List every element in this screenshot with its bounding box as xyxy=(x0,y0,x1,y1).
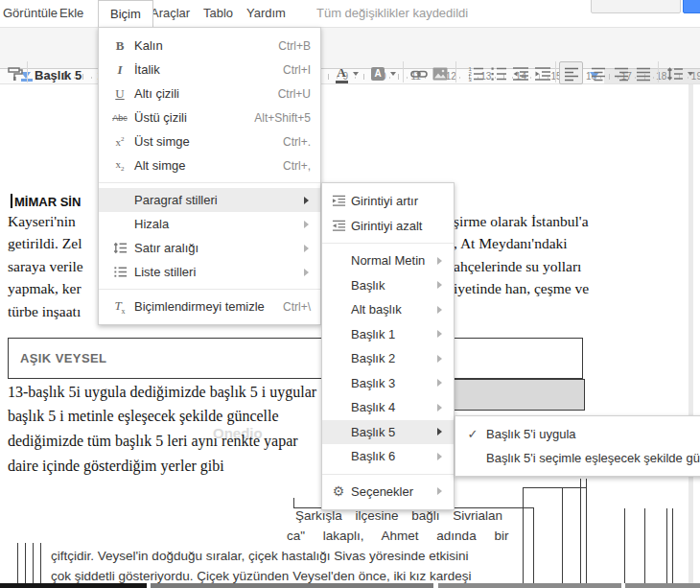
menu-item-alt-ba-l-k[interactable]: Alt başlık xyxy=(322,297,454,322)
highlight-dropdown-icon[interactable] xyxy=(390,72,396,79)
menu-item-st-simge[interactable]: x2Üst simgeCtrl+. xyxy=(99,129,320,153)
table-gray-cell xyxy=(436,379,585,411)
increase-indent-button[interactable] xyxy=(533,64,552,83)
menu-item-label: Başlık 1 xyxy=(351,327,395,341)
line-spacing-dropdown-icon[interactable] xyxy=(688,72,693,79)
table-border xyxy=(586,479,587,583)
share-button[interactable] xyxy=(683,0,700,13)
menu-item-i-talik[interactable]: IİtalikCtrl+I xyxy=(99,58,320,82)
menu-shortcut: Ctrl+U xyxy=(278,87,320,101)
table-border xyxy=(293,498,294,507)
para-line-left: getirildi. Zel xyxy=(8,235,82,252)
menu-item-girintiyi-azalt[interactable]: Girintiyi azalt xyxy=(322,214,454,239)
menu-goruntule[interactable]: Görüntüle xyxy=(3,0,58,27)
menu-item-ba-l-k-5[interactable]: Başlık 5 xyxy=(322,420,454,445)
menu-item-label: Başlık 2 xyxy=(351,351,395,365)
menu-item-ba-l-k-6[interactable]: Başlık 6 xyxy=(322,444,454,469)
para-line-left: Kayseri'nin xyxy=(8,213,76,230)
menu-item-kal-n[interactable]: BKalınCtrl+B xyxy=(99,34,320,58)
align-left-button[interactable] xyxy=(562,64,581,83)
underline-icon: U xyxy=(107,86,132,102)
menu-item-label: İtalik xyxy=(134,62,160,77)
menu-item-liste-stilleri[interactable]: Liste stilleri xyxy=(99,260,320,284)
menu-item-label: Liste stilleri xyxy=(134,265,196,279)
menu-item-ba-l-k-1[interactable]: Başlık 1 xyxy=(322,322,454,347)
menu-separator xyxy=(322,243,454,244)
menu-item-label: Başlık 5'i uygula xyxy=(486,427,576,441)
menu-item-label: Başlık 4 xyxy=(351,400,395,414)
menu-item-label: Seçenekler xyxy=(351,484,413,499)
insert-image-button[interactable] xyxy=(431,64,450,83)
submenu-arrow-icon xyxy=(304,221,313,228)
para-line-left: yapmak, ker xyxy=(8,280,82,297)
indent-decrease-icon xyxy=(328,219,349,233)
menu-shortcut: Ctrl+B xyxy=(278,39,320,53)
menu-item-girintiyi-art-r[interactable]: Girintiyi artır xyxy=(322,189,454,214)
numbered-list-button[interactable]: 123 xyxy=(466,64,485,83)
menu-item-label: Altı çizili xyxy=(134,86,179,101)
menu-shortcut: Ctrl+. xyxy=(283,135,320,149)
notes-line: başlık 5 i metinle eşleşecek şekilde gün… xyxy=(8,408,279,425)
heading5-submenu: ✓Başlık 5'i uygulaBaşlık 5'i seçimle eşl… xyxy=(455,415,700,477)
notes-line: dediğimizde tüm başlık 5 leri aynı renkt… xyxy=(8,433,298,450)
menu-item-ba-l-k-3[interactable]: Başlık 3 xyxy=(322,371,454,396)
menu-bicim[interactable]: Biçim xyxy=(98,0,153,29)
submenu-arrow-icon xyxy=(437,306,446,314)
bulleted-list-button[interactable] xyxy=(489,64,508,83)
menu-yardim[interactable]: Yardım xyxy=(246,0,286,27)
menu-item-label: Normal Metin xyxy=(351,253,425,268)
menu-item-paragraf-stilleri[interactable]: Paragraf stilleri xyxy=(99,188,320,212)
table-border xyxy=(666,508,667,583)
table-row-fill xyxy=(438,583,621,588)
menu-item-alt-simge[interactable]: x2Alt simgeCtrl+, xyxy=(99,153,320,177)
menu-separator xyxy=(99,182,320,183)
menu-item-label: Kalın xyxy=(134,38,163,53)
decrease-indent-button[interactable] xyxy=(511,64,530,83)
menu-ekle[interactable]: Ekle xyxy=(59,0,83,27)
menu-item-hizala[interactable]: Hizala xyxy=(99,212,320,236)
menu-item-ba-l-k-2[interactable]: Başlık 2 xyxy=(322,346,454,371)
table-header-cell: AŞIK VEYSEL xyxy=(8,338,583,379)
menu-shortcut: Ctrl+, xyxy=(283,159,320,173)
menu-item-st-izili[interactable]: AbcÜstü çiziliAlt+Shift+5 xyxy=(99,106,320,129)
text-color-dropdown-icon[interactable] xyxy=(353,72,359,79)
strikethrough-icon: Abc xyxy=(107,113,132,123)
submenu-arrow-icon xyxy=(437,404,446,412)
text-color-button[interactable]: A xyxy=(332,64,351,83)
ruler-tick xyxy=(82,74,83,80)
google-docs-window: Onedio MİMAR SİN Kayseri'nin getirildi. … xyxy=(0,0,700,588)
align-right-button[interactable] xyxy=(612,64,631,83)
bio-line: Şarkışla ilçesine bağlı Sivrialan xyxy=(295,508,502,523)
menu-item-sat-r-aral[interactable]: Satır aralığı xyxy=(99,236,320,260)
table-border xyxy=(562,487,563,583)
superscript-icon: x2 xyxy=(107,135,132,148)
style-selector[interactable]: Başlık 5 xyxy=(35,68,82,82)
menu-item-normal-metin[interactable]: Normal Metin xyxy=(322,248,454,273)
menu-item-label: Biçimlendirmeyi temizle xyxy=(134,299,265,314)
para-line-right: ahçelerinde su yolları xyxy=(454,258,581,275)
submenu-arrow-icon xyxy=(437,281,446,289)
menu-araclar[interactable]: Araçlar xyxy=(151,0,190,27)
insert-link-button[interactable] xyxy=(409,64,429,83)
menu-tablo[interactable]: Tablo xyxy=(203,0,233,27)
menu-separator xyxy=(322,474,454,475)
menu-item-label: Üstü çizili xyxy=(134,110,187,125)
submenu-arrow-icon xyxy=(437,428,446,435)
ruler-tick xyxy=(363,74,364,80)
comments-button[interactable] xyxy=(591,0,681,13)
line-spacing-button[interactable] xyxy=(665,64,685,83)
menu-item-alt-izili[interactable]: UAltı çiziliCtrl+U xyxy=(99,82,320,106)
justify-button[interactable] xyxy=(634,64,653,83)
menu-item-ba-l-k-5-i-uygula[interactable]: ✓Başlık 5'i uygula xyxy=(455,422,700,446)
menu-item-bi-imlendirmeyi-temizle[interactable]: TxBiçimlendirmeyi temizleCtrl+\ xyxy=(99,294,320,318)
table-border xyxy=(672,508,673,583)
highlight-color-button[interactable]: A xyxy=(368,64,387,83)
paint-format-button[interactable] xyxy=(6,64,25,83)
menu-item-se-enekler[interactable]: ⚙Seçenekler xyxy=(322,480,454,505)
menu-item-ba-l-k[interactable]: Başlık xyxy=(322,273,454,298)
align-center-button[interactable] xyxy=(589,64,608,83)
menu-item-label: Paragraf stilleri xyxy=(134,193,218,207)
menu-item-ba-l-k-5-i-se-imle-e-le-ecek-ekilde-g-ncelle[interactable]: Başlık 5'i seçimle eşleşecek şekilde gün… xyxy=(455,446,700,470)
menu-item-ba-l-k-4[interactable]: Başlık 4 xyxy=(322,395,454,420)
menu-item-label: Alt başlık xyxy=(351,302,402,317)
